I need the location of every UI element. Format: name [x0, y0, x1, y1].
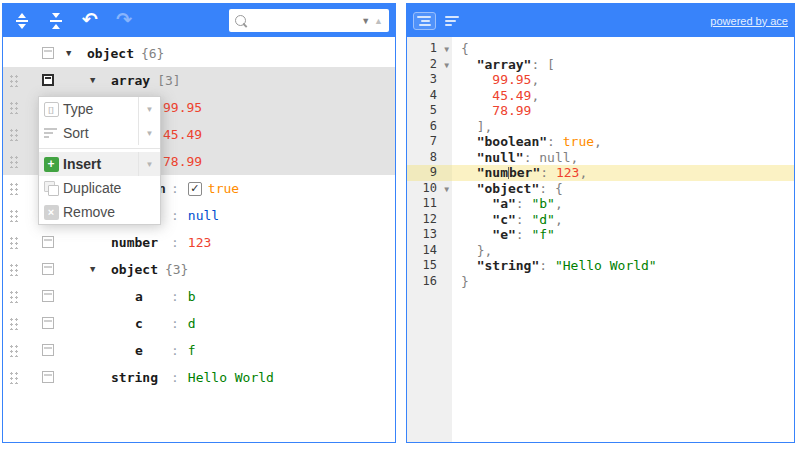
collapse-all-button[interactable]: [43, 8, 69, 34]
code-token: true: [563, 134, 594, 149]
field-value[interactable]: f: [188, 342, 196, 359]
field-name[interactable]: a: [135, 288, 171, 305]
node-content: object{6}: [87, 45, 164, 62]
code-line[interactable]: "boolean": true,: [452, 134, 794, 150]
menu-item-insert[interactable]: +Insert▼: [39, 152, 160, 176]
code-token: null: [539, 150, 570, 165]
field-value[interactable]: b: [188, 288, 196, 305]
drag-handle-icon[interactable]: [9, 344, 18, 357]
field-value[interactable]: true: [208, 180, 239, 197]
compact-icon: [445, 16, 460, 26]
code-line[interactable]: "string": "Hello World": [452, 258, 794, 274]
field-name[interactable]: object: [111, 261, 158, 278]
expand-all-button[interactable]: [9, 8, 35, 34]
submenu-arrow-icon[interactable]: ▼: [138, 121, 160, 145]
field-name[interactable]: array: [111, 72, 150, 89]
code-line[interactable]: {: [452, 41, 794, 57]
submenu-arrow-icon[interactable]: ▼: [138, 152, 160, 176]
node-menu-button[interactable]: [42, 236, 54, 248]
undo-button[interactable]: ↶: [77, 8, 103, 34]
search-input[interactable]: [250, 13, 357, 29]
drag-handle-icon[interactable]: [9, 290, 18, 303]
code-line[interactable]: "object": {: [452, 181, 794, 197]
drag-handle-icon[interactable]: [9, 317, 18, 330]
line-number: 8: [407, 150, 452, 166]
node-content: string:Hello World: [111, 369, 274, 386]
field-value[interactable]: 123: [188, 234, 211, 251]
menu-item-remove[interactable]: ×Remove: [39, 200, 160, 224]
drag-handle-icon[interactable]: [9, 209, 18, 222]
field-name[interactable]: object: [87, 45, 134, 62]
field-value[interactable]: d: [188, 315, 196, 332]
field-value[interactable]: 78.99: [163, 153, 202, 170]
compact-button[interactable]: [445, 16, 460, 26]
code-line[interactable]: 99.95,: [452, 72, 794, 88]
node-content: e:f: [135, 342, 196, 359]
code-line[interactable]: },: [452, 243, 794, 259]
code-toolbar: powered by ace: [407, 4, 794, 37]
boolean-checkbox[interactable]: ✓: [188, 182, 202, 196]
code-line[interactable]: "null": null,: [452, 150, 794, 166]
search-previous-icon[interactable]: ▲: [374, 16, 383, 26]
fold-toggle-icon[interactable]: ▼: [444, 182, 449, 198]
drag-handle-icon[interactable]: [9, 128, 18, 141]
collapse-toggle-icon[interactable]: ▼: [66, 49, 71, 58]
code-line[interactable]: 78.99: [452, 103, 794, 119]
code-token: ,: [531, 72, 539, 87]
node-menu-button[interactable]: [42, 263, 54, 275]
code-line[interactable]: "number": 123,: [452, 165, 794, 181]
field-name[interactable]: c: [135, 315, 171, 332]
powered-by-ace-link[interactable]: powered by ace: [710, 15, 788, 27]
collapse-toggle-icon[interactable]: ▼: [90, 76, 95, 85]
node-menu-button[interactable]: [42, 371, 54, 383]
field-name[interactable]: string: [111, 369, 171, 386]
field-value[interactable]: 99.95: [163, 99, 202, 116]
code-line[interactable]: "e": "f": [452, 227, 794, 243]
field-value[interactable]: Hello World: [188, 369, 274, 386]
code-line[interactable]: }: [452, 274, 794, 290]
fold-toggle-icon[interactable]: ▼: [444, 58, 449, 74]
node-menu-button[interactable]: [42, 47, 54, 59]
context-menu: []Type▼Sort▼+Insert▼Duplicate×Remove: [38, 96, 161, 225]
code-line[interactable]: 45.49,: [452, 88, 794, 104]
menu-item-label: Insert: [63, 156, 138, 172]
node-menu-button[interactable]: [42, 74, 54, 86]
node-menu-button[interactable]: [42, 344, 54, 356]
drag-handle-icon[interactable]: [9, 74, 18, 87]
code-line[interactable]: ],: [452, 119, 794, 135]
code-line[interactable]: "a": "b",: [452, 196, 794, 212]
menu-item-type[interactable]: []Type▼: [39, 97, 160, 121]
drag-handle-icon[interactable]: [9, 236, 18, 249]
node-menu-button[interactable]: [42, 317, 54, 329]
colon-separator: :: [171, 342, 179, 359]
drag-handle-icon[interactable]: [9, 182, 18, 195]
code-token: 45.49: [492, 88, 531, 103]
field-value[interactable]: 45.49: [163, 126, 202, 143]
colon-separator: :: [171, 369, 179, 386]
search-next-icon[interactable]: ▼: [361, 16, 370, 26]
code-area[interactable]: { "array": [ 99.95, 45.49, 78.99 ], "boo…: [452, 37, 794, 442]
menu-item-sort[interactable]: Sort▼: [39, 121, 160, 145]
drag-handle-icon[interactable]: [9, 101, 18, 114]
code-token: :: [547, 134, 563, 149]
collapse-toggle-icon[interactable]: ▼: [90, 265, 95, 274]
drag-handle-icon[interactable]: [9, 371, 18, 384]
line-number: 1▼: [407, 41, 452, 57]
code-line[interactable]: "array": [: [452, 57, 794, 73]
code-token: "num: [477, 165, 508, 180]
format-button[interactable]: [413, 12, 436, 30]
code-token: "null": [477, 150, 524, 165]
field-value[interactable]: null: [188, 207, 219, 224]
redo-button[interactable]: ↷: [111, 8, 137, 34]
drag-handle-icon[interactable]: [9, 155, 18, 168]
submenu-arrow-icon[interactable]: ▼: [138, 97, 160, 121]
node-menu-button[interactable]: [42, 290, 54, 302]
fold-toggle-icon[interactable]: ▼: [444, 42, 449, 58]
menu-item-duplicate[interactable]: Duplicate: [39, 176, 160, 200]
tree-row: ▼array[3]: [3, 67, 395, 94]
field-name[interactable]: e: [135, 342, 171, 359]
drag-handle-icon[interactable]: [9, 263, 18, 276]
jsoneditor-app: ↶↷ ▼ ▲ ▼object{6}▼array[3]99.9545.4978.9…: [0, 0, 800, 449]
field-name[interactable]: number: [111, 234, 171, 251]
code-line[interactable]: "c": "d",: [452, 212, 794, 228]
